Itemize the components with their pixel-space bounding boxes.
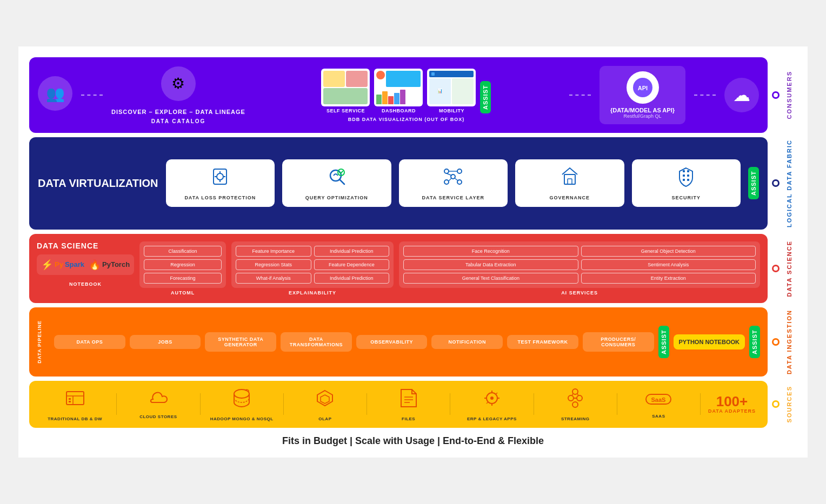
explainability-section: Feature Importance Regression Stats What… [231,241,394,295]
assist-badge-4: ASSIST [749,326,760,358]
row5-label-5: ERP & LEGACY APPS [467,416,517,421]
row5-icon-2 [231,387,252,413]
dashboard-label: DASHBOARD [382,108,416,113]
row5-bullet [772,400,780,408]
api-box: API {DATA/MODEL AS API} Restful/Graph QL [599,66,685,124]
divider-5 [450,393,450,415]
row2-card-label-3: GOVERNANCE [550,195,590,200]
python-notebook-label: PYTHON NOTEBOOK [679,339,740,345]
expl-col-1: Feature Importance Regression Stats What… [236,246,311,284]
row2-card-1: QUERY OPTIMIZATION [282,159,391,207]
notebook-label: NOTEBOOK [37,279,134,287]
pytorch-logo: 🔥 PyTorch [89,259,130,271]
divider-1 [116,393,117,415]
row4-wrapper: DATA PIPELINE DATA OPS JOBS SYNTHETIC DA… [29,307,797,377]
bdb-viz-section: SELF SERVICE [252,69,561,122]
automl-label: AUTOML [139,288,226,295]
svg-rect-25 [683,174,685,177]
svg-point-11 [444,169,449,173]
row5-icon-3 [314,387,336,413]
footer-text: Fits in Budget | Scale with Usage | End-… [29,435,797,447]
self-service-section: SELF SERVICE [321,69,370,113]
svg-point-47 [577,395,582,401]
row4-item-0: DATA OPS [54,335,125,349]
row5-icon-0 [64,387,86,413]
side-label-sources: SOURCES [782,384,797,425]
svg-line-18 [454,178,458,181]
row5-item-0: TRADITIONAL DB & DW [38,387,112,421]
adapters-section: 100+ DATA ADAPTERS [705,394,759,414]
ai-tags: Face Recognition Tabular Data Extraction… [399,241,760,288]
svg-point-34 [234,389,249,398]
assist-badge-2: ASSIST [748,167,759,199]
expl-col-2: Individual Prediction Feature Dependence… [314,246,390,284]
users-icon: 👥 [38,76,72,111]
catalog-sub-label: DISCOVER – EXPLORE – DATA LINEAGE [111,109,245,115]
api-icon: API [627,71,659,104]
query-opt-icon [326,166,348,192]
row5-label-4: FILES [402,416,415,421]
ai-tag-5: Entity Extraction [581,273,756,284]
row5-icon-4 [399,387,418,413]
data-catalog-section: ⚙ DISCOVER – EXPLORE – DATA LINEAGE DATA… [111,66,245,124]
divider-7 [617,393,617,415]
automl-tag-2: Forecasting [144,273,222,284]
dashed-line-1 [81,95,103,96]
governance-icon [559,166,581,192]
row5-item-2: HADOOP MONGO & NOSQL [205,387,279,421]
svg-rect-33 [69,401,71,402]
data-service-icon [442,166,464,192]
row2-card-label-1: QUERY OPTIMIZATION [305,195,368,200]
row5-label-7: SAAS [652,414,665,419]
ai-cols: Face Recognition Tabular Data Extraction… [403,246,756,284]
row5-wrapper: TRADITIONAL DB & DW CLOUD STORES [29,381,797,428]
datascience-title: DATA SCIENCE [37,241,134,250]
self-service-card [321,69,370,106]
row2-card-label-0: DATA LOSS PROTECTION [184,195,256,200]
row5-icon-6 [564,387,586,413]
dashed-line-3 [694,95,716,96]
automl-tag-1: Regression [144,259,222,270]
ai-col-1: Face Recognition Tabular Data Extraction… [403,246,578,284]
svg-rect-32 [69,398,71,400]
automl-tags: Classification Regression Forecasting [139,241,226,288]
divider-3 [283,393,284,415]
expl-tag-3: Individual Prediction [314,246,390,257]
row3-bullet [772,265,780,272]
row5-icon-5 [481,387,503,413]
row2-card-4: SECURITY [632,159,741,207]
row5-item-6: STREAMING [538,387,612,421]
row4-item-7: PRODUCERS/ CONSUMERS [583,332,654,352]
row2-card-label-4: SECURITY [671,195,701,200]
side-label-logical: LOGICAL DATA FABRIC [782,137,797,230]
svg-line-9 [339,179,344,184]
self-service-label: SELF SERVICE [327,108,365,113]
svg-text:SaaS: SaaS [651,397,666,403]
aiservices-section: Face Recognition Tabular Data Extraction… [399,241,760,295]
row2-title: DATA VIRTUALIZATION [38,176,158,190]
catalog-icon: ⚙ [161,66,196,101]
row3-datascience: DATA SCIENCE ⚡ PySpark 🔥 PyTorch NOTEBOO… [29,234,768,303]
svg-point-13 [457,169,462,173]
side-label-consumers: CONSUMERS [782,69,797,122]
main-container: 👥 ⚙ DISCOVER – EXPLORE – DATA LINEAGE DA… [18,46,808,458]
adapters-count: 100+ [705,394,759,408]
row4-bullet-side: DATA INGESTION [770,307,797,377]
row3-bullet-side: DATA SCIENCE [770,234,797,303]
side-label-datascience: DATA SCIENCE [782,238,797,299]
row4-item-3: DATA TRANSFORMATIONS [281,332,352,352]
svg-line-17 [447,173,452,176]
row4-item-5: NOTIFICATION [431,335,503,349]
catalog-main-label: DATA CATALOG [151,118,206,124]
row4-bullet [772,338,780,346]
adapters-label: DATA ADAPTERS [705,408,759,414]
svg-line-19 [449,178,452,181]
bdb-top: SELF SERVICE [321,69,491,113]
logos-box: ⚡ PySpark 🔥 PyTorch [37,254,134,275]
row1-bullet [772,91,780,99]
svg-point-14 [444,180,449,184]
row5-item-1: CLOUD STORES [121,389,195,419]
svg-line-44 [496,393,497,394]
row2-virtualization: DATA VIRTUALIZATION DATA LOSS PROTECTION [29,137,768,230]
row5-label-3: OLAP [318,416,331,421]
